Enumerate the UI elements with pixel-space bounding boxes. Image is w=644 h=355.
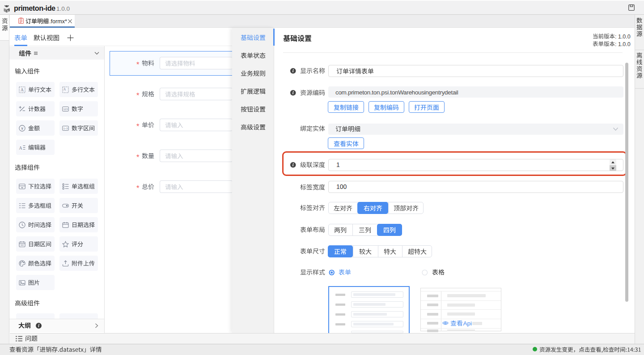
svg-text:A: A [64, 87, 66, 91]
svg-text:1~3: 1~3 [63, 127, 68, 130]
svg-text:¥: ¥ [21, 126, 23, 131]
svg-text:123: 123 [63, 108, 68, 111]
svg-text:A: A [21, 88, 24, 92]
svg-text:A: A [19, 145, 22, 150]
